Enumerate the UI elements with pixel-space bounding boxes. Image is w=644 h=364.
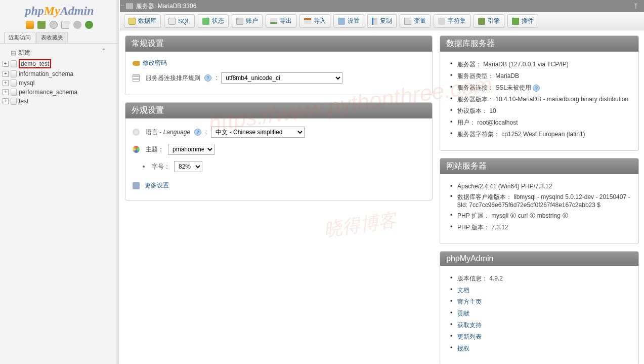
nav-databases[interactable]: 数据库 bbox=[124, 14, 161, 28]
tree-db-demo-test[interactable]: + demo_test bbox=[3, 58, 116, 69]
list-item: 服务器字符集： cp1252 West European (latin1) bbox=[457, 129, 631, 140]
nav-users[interactable]: 账户 bbox=[232, 14, 263, 28]
expand-icon[interactable]: + bbox=[3, 98, 9, 104]
tab-recent[interactable]: 近期访问 bbox=[4, 32, 35, 43]
nav-export[interactable]: 导出 bbox=[266, 14, 296, 28]
help-icon[interactable]: ? bbox=[533, 85, 540, 92]
tree-db-information-schema[interactable]: + information_schema bbox=[3, 69, 116, 78]
nav-status[interactable]: 状态 bbox=[198, 14, 229, 28]
sql-query-icon[interactable] bbox=[61, 21, 69, 29]
nav-variables[interactable]: 变量 bbox=[400, 14, 431, 28]
help-icon[interactable]: ? bbox=[204, 74, 211, 82]
bullet-icon bbox=[143, 166, 145, 168]
logout-icon[interactable] bbox=[37, 21, 46, 29]
charset-icon bbox=[438, 18, 445, 25]
collation-select[interactable]: utf8mb4_unicode_ci bbox=[221, 72, 342, 84]
expand-icon[interactable]: + bbox=[3, 80, 9, 86]
sql-icon bbox=[168, 18, 176, 25]
list-item: 服务器连接： SSL未被使用 ? bbox=[457, 82, 631, 94]
panel-title: 数据库服务器 bbox=[440, 36, 638, 52]
list-item: Apache/2.4.41 (Win64) PHP/7.3.12 bbox=[457, 181, 631, 191]
database-icon bbox=[128, 18, 136, 25]
collapse-sidebar-icon[interactable]: ← bbox=[120, 2, 125, 8]
nav-settings-icon[interactable] bbox=[73, 21, 81, 29]
theme-icon bbox=[133, 146, 140, 153]
panel-web-server: 网站服务器 Apache/2.4.41 (Win64) PHP/7.3.12 数… bbox=[440, 158, 639, 244]
list-item: 授权 bbox=[457, 343, 631, 354]
list-item: 服务器： MariaDB (127.0.0.1 via TCP/IP) bbox=[457, 59, 631, 70]
list-item: 协议版本： 10 bbox=[457, 105, 631, 117]
variables-icon bbox=[404, 18, 411, 25]
server-icon bbox=[126, 3, 133, 9]
replication-icon bbox=[372, 18, 377, 25]
list-item: 贡献 bbox=[457, 308, 631, 319]
nav-sql[interactable]: SQL bbox=[164, 14, 195, 28]
list-item: 获取支持 bbox=[457, 319, 631, 331]
homepage-link[interactable]: 官方主页 bbox=[457, 298, 482, 305]
nav-import[interactable]: 导入 bbox=[299, 14, 330, 28]
docs-icon[interactable] bbox=[50, 21, 58, 29]
logo[interactable]: phpMyAdmin bbox=[0, 0, 119, 20]
export-icon bbox=[270, 18, 277, 24]
expand-icon[interactable]: + bbox=[3, 71, 9, 77]
theme-label: 主题： bbox=[146, 145, 164, 154]
database-icon bbox=[11, 98, 17, 105]
panel-appearance-settings: 外观设置 语言 - Language ?: 中文 - Chinese simpl… bbox=[125, 102, 433, 200]
tab-favorites[interactable]: 表收藏夹 bbox=[36, 32, 68, 43]
database-icon bbox=[11, 79, 17, 87]
list-item: PHP 扩展： mysqli 🛈 curl 🛈 mbstring 🛈 bbox=[457, 210, 631, 222]
language-select[interactable]: 中文 - Chinese simplified bbox=[211, 127, 305, 138]
new-db-icon: ⊟ bbox=[11, 49, 16, 57]
top-navigation: 数据库 SQL 状态 账户 导出 导入 设置 复制 变量 字符集 引擎 插件 bbox=[120, 12, 644, 30]
contribute-link[interactable]: 贡献 bbox=[457, 310, 469, 317]
nav-plugins[interactable]: 插件 bbox=[507, 14, 538, 28]
list-item: 服务器版本： 10.4.10-MariaDB - mariadb.org bin… bbox=[457, 94, 631, 105]
tree-db-test[interactable]: + test bbox=[3, 97, 116, 106]
more-settings-link[interactable]: 更多设置 bbox=[145, 181, 169, 190]
language-label: 语言 - Language bbox=[146, 128, 190, 137]
tree-new[interactable]: ⊟ 新建 bbox=[3, 48, 116, 58]
list-item: PHP 版本： 7.3.12 bbox=[457, 222, 631, 233]
nav-replication[interactable]: 复制 bbox=[367, 14, 397, 28]
tree-db-performance-schema[interactable]: + performance_schema bbox=[3, 88, 116, 97]
help-icon[interactable]: ? bbox=[194, 129, 201, 136]
theme-select[interactable]: pmahomme bbox=[168, 144, 214, 155]
nav-engines[interactable]: 引擎 bbox=[474, 14, 504, 28]
panel-title: 常规设置 bbox=[125, 36, 432, 52]
fontsize-label: 字号： bbox=[152, 163, 170, 171]
wrench-icon bbox=[338, 18, 345, 25]
fontsize-select[interactable]: 82% bbox=[174, 161, 202, 172]
list-item: 服务器类型： MariaDB bbox=[457, 70, 631, 82]
database-icon bbox=[11, 70, 17, 77]
change-password-link[interactable]: 修改密码 bbox=[143, 59, 167, 67]
list-item: 更新列表 bbox=[457, 331, 631, 343]
reload-icon[interactable] bbox=[85, 21, 93, 29]
engine-icon bbox=[478, 18, 485, 25]
panel-phpmyadmin: phpMyAdmin 版本信息： 4.9.2 文档 官方主页 贡献 获取支持 更… bbox=[440, 251, 639, 364]
plugin-icon bbox=[512, 18, 519, 25]
license-link[interactable]: 授权 bbox=[457, 345, 469, 352]
list-item: 数据库客户端版本： libmysql - mysqlnd 5.0.12-dev … bbox=[457, 191, 631, 210]
panel-title: phpMyAdmin bbox=[440, 252, 638, 266]
link-icon[interactable]: ⚭ bbox=[102, 47, 109, 51]
docs-link[interactable]: 文档 bbox=[457, 287, 469, 294]
expand-icon[interactable]: + bbox=[3, 61, 9, 67]
list-item: 官方主页 bbox=[457, 296, 631, 308]
home-icon[interactable] bbox=[26, 21, 34, 29]
nav-settings[interactable]: 设置 bbox=[333, 14, 364, 28]
expand-icon[interactable]: + bbox=[3, 89, 9, 95]
language-icon bbox=[133, 129, 140, 136]
list-item: 文档 bbox=[457, 285, 631, 296]
panel-title: 网站服务器 bbox=[440, 158, 638, 174]
collapse-top-icon[interactable]: ⤒ bbox=[633, 2, 639, 10]
changelog-link[interactable]: 更新列表 bbox=[457, 333, 482, 340]
database-icon bbox=[11, 60, 17, 67]
breadcrumb: 服务器: MariaDB:3306 ⤒ bbox=[120, 0, 644, 12]
support-link[interactable]: 获取支持 bbox=[457, 321, 482, 329]
nav-charsets[interactable]: 字符集 bbox=[434, 14, 470, 28]
database-icon bbox=[11, 89, 17, 96]
panel-title: 外观设置 bbox=[125, 103, 432, 118]
tree-db-mysql[interactable]: + mysql bbox=[3, 78, 116, 88]
panel-database-server: 数据库服务器 服务器： MariaDB (127.0.0.1 via TCP/I… bbox=[440, 35, 639, 151]
breadcrumb-server[interactable]: 服务器: MariaDB:3306 bbox=[136, 2, 196, 11]
